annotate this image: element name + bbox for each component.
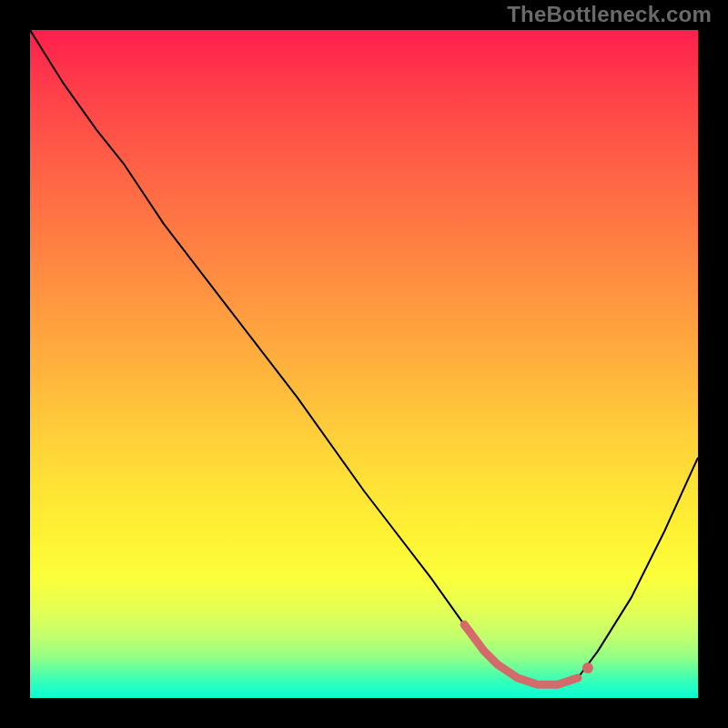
watermark-text: TheBottleneck.com — [507, 2, 712, 27]
chart-frame: TheBottleneck.com — [0, 0, 728, 728]
optimal-region-marker — [464, 624, 578, 684]
chart-svg — [30, 30, 698, 698]
optimal-dot-marker — [582, 662, 593, 673]
bottleneck-curve — [30, 30, 698, 684]
